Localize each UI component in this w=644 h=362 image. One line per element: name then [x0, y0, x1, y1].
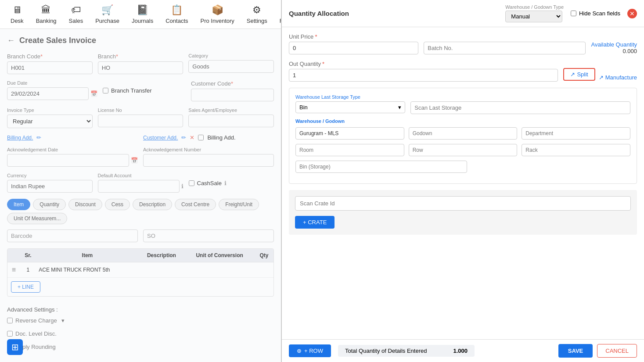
tab-quantity[interactable]: Quantity: [33, 199, 66, 210]
cash-sale-checkbox[interactable]: [189, 180, 194, 186]
add-row-icon: ⊕: [297, 348, 302, 354]
ack-number-group: Acknowledgement Number: [143, 147, 274, 167]
scan-crate-input[interactable]: [295, 196, 631, 211]
billing-add-copy-checkbox[interactable]: [198, 135, 204, 140]
banking-icon: 🏛: [41, 4, 51, 16]
close-button[interactable]: ✕: [627, 9, 637, 18]
nav-item-journals[interactable]: 📓 Journals: [126, 1, 159, 28]
tab-unit-measure[interactable]: Unit Of Measurem...: [7, 213, 67, 224]
billing-edit-icon[interactable]: ✏: [36, 134, 41, 141]
nav-item-settings[interactable]: ⚙ Settings: [241, 1, 273, 28]
split-label: Split: [577, 71, 588, 78]
invoice-type-row: Invoice Type Regular License No Sales Ag…: [7, 108, 274, 128]
row-description[interactable]: [139, 262, 185, 278]
back-button[interactable]: ←: [7, 36, 15, 45]
out-qty-input[interactable]: [289, 69, 558, 82]
unit-price-input[interactable]: [289, 42, 418, 54]
billing-add-link[interactable]: Billing Add.: [7, 135, 33, 141]
reverse-charge-checkbox[interactable]: [7, 318, 13, 323]
reverse-charge-dropdown[interactable]: ▾: [61, 317, 65, 324]
default-account-input[interactable]: [98, 180, 180, 193]
customer-edit-icon[interactable]: ✏: [181, 134, 186, 141]
last-storage-chevron[interactable]: ▾: [398, 104, 401, 111]
customer-code-group: Customer Code*: [191, 80, 274, 101]
so-input[interactable]: [143, 229, 274, 242]
warehouse-type-select[interactable]: Manual: [505, 11, 562, 22]
scan-last-storage-input[interactable]: [410, 101, 630, 114]
customer-delete-icon[interactable]: ✕: [190, 134, 194, 141]
cancel-button[interactable]: CANCEL: [597, 344, 637, 358]
customer-code-label: Customer Code*: [191, 80, 274, 87]
tab-freight-unit[interactable]: Freight/Unit: [219, 199, 259, 210]
nav-item-sales[interactable]: 🏷 Sales: [63, 1, 90, 28]
invoice-type-label: Invoice Type: [7, 108, 93, 113]
godown-input[interactable]: [409, 127, 518, 140]
row-sr: 1: [20, 262, 36, 278]
col-header-menu: [7, 249, 20, 262]
nav-item-purchase[interactable]: 🛒 Purchase: [89, 1, 126, 28]
currency-input[interactable]: [7, 180, 93, 193]
branch-transfer-checkbox[interactable]: [103, 88, 108, 93]
tab-description[interactable]: Description: [133, 199, 172, 210]
ack-number-input[interactable]: [143, 154, 274, 167]
category-input[interactable]: [188, 60, 274, 73]
row-menu-icon[interactable]: ≡: [7, 262, 20, 278]
modal-body: Unit Price * Available Quantity 0.000 Ou…: [282, 27, 644, 339]
ack-calendar-icon[interactable]: 📅: [131, 157, 138, 164]
sales-agent-input[interactable]: [188, 115, 274, 127]
branch-input[interactable]: [98, 61, 183, 74]
doc-level-checkbox[interactable]: [7, 331, 13, 337]
last-storage-value: Bin: [299, 104, 398, 111]
branch-code-input[interactable]: [7, 61, 93, 74]
page-title: Create Sales Invoice: [19, 36, 96, 45]
department-input[interactable]: [522, 127, 630, 140]
out-qty-label: Out Quantity *: [289, 61, 558, 67]
rack-input[interactable]: [522, 144, 630, 156]
ack-number-label: Acknowledgement Number: [143, 147, 274, 152]
bin-storage-input[interactable]: [295, 161, 467, 173]
create-invoice-panel: ← Create Sales Invoice Branch Code* Bran…: [0, 29, 281, 362]
row-unit[interactable]: [184, 262, 255, 278]
add-crate-button[interactable]: + CRATE: [295, 216, 335, 229]
nav-item-banking[interactable]: 🏛 Banking: [30, 1, 63, 28]
last-storage-row: Warehouse Last Storage Type Bin ▾: [295, 94, 630, 114]
pro-inventory-icon: 📦: [212, 4, 223, 16]
save-button[interactable]: SAVE: [558, 344, 593, 358]
branch-code-label: Branch Code*: [7, 53, 93, 60]
customer-add-link[interactable]: Customer Add.: [143, 135, 178, 141]
barcode-input[interactable]: [7, 229, 138, 242]
customer-code-input[interactable]: [191, 89, 274, 101]
tab-cost-centre[interactable]: Cost Centre: [175, 199, 216, 210]
tab-discount[interactable]: Discount: [68, 199, 102, 210]
tab-cess[interactable]: Cess: [105, 199, 130, 210]
license-no-group: License No: [98, 108, 183, 128]
tab-item[interactable]: Item: [7, 199, 30, 210]
nav-item-desk[interactable]: 🖥 Desk: [4, 1, 30, 28]
row-input[interactable]: [409, 144, 518, 156]
license-no-input[interactable]: [98, 115, 183, 127]
nav-item-contacts[interactable]: 📋 Contacts: [159, 1, 194, 28]
barcode-row: [7, 229, 274, 242]
manufacture-button[interactable]: ↗ Manufacture: [599, 74, 637, 81]
room-input[interactable]: [295, 144, 404, 156]
nav-label-sales: Sales: [69, 18, 83, 24]
batch-no-input[interactable]: [424, 42, 586, 54]
nav-item-pro-inventory[interactable]: 📦 Pro Inventory: [194, 1, 241, 28]
calendar-icon[interactable]: 📅: [90, 90, 97, 97]
ack-row: Acknowledgement Date 📅 Acknowledgement N…: [7, 147, 274, 167]
split-button[interactable]: ↗ Split: [563, 68, 595, 81]
branch-transfer-text: Branch Transfer: [111, 87, 152, 94]
warehouse-input[interactable]: [295, 127, 404, 140]
add-line-button[interactable]: + LINE: [11, 281, 40, 293]
invoice-type-group: Invoice Type Regular: [7, 108, 93, 128]
due-date-input[interactable]: [7, 87, 89, 100]
row-qty[interactable]: [255, 262, 273, 278]
ack-date-input[interactable]: [7, 154, 129, 167]
add-row-button[interactable]: ⊕ + ROW: [289, 344, 331, 357]
hide-scan-checkbox[interactable]: [571, 11, 576, 16]
grid-icon[interactable]: ⊞: [7, 339, 23, 355]
sales-icon: 🏷: [71, 4, 81, 16]
last-storage-type-label: Warehouse Last Storage Type: [295, 94, 405, 100]
invoice-type-select[interactable]: Regular: [7, 115, 93, 128]
reverse-charge-group: Reverse Charge ▾: [7, 317, 274, 324]
